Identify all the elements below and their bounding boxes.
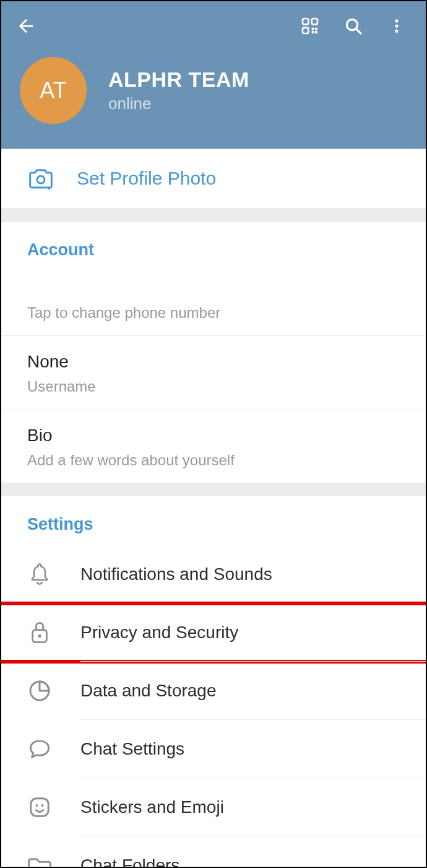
search-icon — [343, 16, 363, 36]
svg-point-11 — [395, 30, 398, 33]
set-photo-section: Set Profile Photo — [1, 149, 426, 208]
bio-value: Bio — [27, 426, 401, 445]
svg-point-16 — [38, 634, 41, 638]
svg-point-20 — [41, 804, 44, 807]
set-photo-label: Set Profile Photo — [77, 168, 216, 189]
avatar[interactable]: AT — [20, 57, 87, 124]
settings-header: Settings — [1, 496, 426, 545]
profile-name: ALPHR TEAM — [108, 68, 249, 92]
search-button[interactable] — [332, 9, 375, 43]
account-section: Account Tap to change phone number None … — [1, 222, 426, 483]
svg-point-19 — [36, 804, 38, 807]
settings-item-label: Stickers and Emoji — [80, 797, 224, 817]
qr-button[interactable] — [288, 9, 332, 43]
set-profile-photo[interactable]: Set Profile Photo — [1, 149, 426, 208]
profile-text: ALPHR TEAM online — [108, 68, 249, 113]
settings-notifications[interactable]: Notifications and Sounds — [1, 545, 426, 603]
settings-chat[interactable]: Chat Settings — [1, 720, 426, 778]
username-value: None — [27, 352, 401, 372]
svg-rect-1 — [312, 19, 317, 24]
svg-rect-18 — [31, 799, 49, 817]
more-vert-icon — [388, 17, 405, 35]
storage-icon — [25, 676, 54, 706]
svg-rect-5 — [312, 31, 314, 33]
sticker-icon — [25, 792, 54, 822]
profile-block: AT ALPHR TEAM online — [1, 51, 426, 149]
svg-point-12 — [37, 176, 45, 183]
settings-item-label: Privacy and Security — [80, 623, 238, 642]
avatar-initials: AT — [40, 77, 66, 103]
account-header: Account — [1, 222, 426, 265]
topbar — [1, 1, 426, 51]
account-phone[interactable]: Tap to change phone number — [1, 265, 426, 336]
settings-section: Settings Notifications and Sounds Privac… — [1, 496, 426, 868]
settings-item-label: Chat Folders — [80, 856, 179, 868]
arrow-back-icon — [15, 15, 37, 37]
svg-rect-6 — [315, 31, 317, 33]
svg-rect-0 — [303, 19, 308, 24]
account-bio[interactable]: Bio Add a few words about yourself — [1, 410, 426, 483]
phone-hint: Tap to change phone number — [27, 304, 401, 322]
qr-icon — [300, 16, 320, 36]
settings-item-label: Data and Storage — [80, 681, 217, 701]
header: AT ALPHR TEAM online — [1, 1, 426, 149]
settings-privacy[interactable]: Privacy and Security — [1, 603, 426, 662]
settings-stickers[interactable]: Stickers and Emoji — [1, 778, 426, 836]
account-username[interactable]: None Username — [1, 336, 426, 410]
folder-icon — [25, 851, 54, 868]
chat-icon — [25, 734, 54, 764]
username-hint: Username — [27, 378, 401, 395]
settings-data-storage[interactable]: Data and Storage — [1, 662, 426, 720]
camera-icon — [27, 165, 54, 192]
back-button[interactable] — [9, 9, 43, 43]
svg-point-9 — [395, 19, 398, 22]
bio-hint: Add a few words about yourself — [27, 452, 401, 469]
settings-folders[interactable]: Chat Folders — [1, 836, 426, 868]
phone-value — [27, 281, 401, 298]
svg-rect-4 — [315, 28, 317, 30]
profile-status: online — [108, 94, 249, 113]
settings-item-label: Notifications and Sounds — [80, 564, 272, 584]
svg-line-8 — [356, 29, 361, 33]
bell-icon — [25, 559, 54, 589]
settings-item-label: Chat Settings — [80, 739, 184, 759]
more-button[interactable] — [375, 9, 418, 43]
svg-point-10 — [395, 24, 398, 27]
lock-icon — [25, 618, 54, 647]
svg-rect-3 — [312, 28, 314, 30]
svg-rect-2 — [303, 28, 308, 33]
